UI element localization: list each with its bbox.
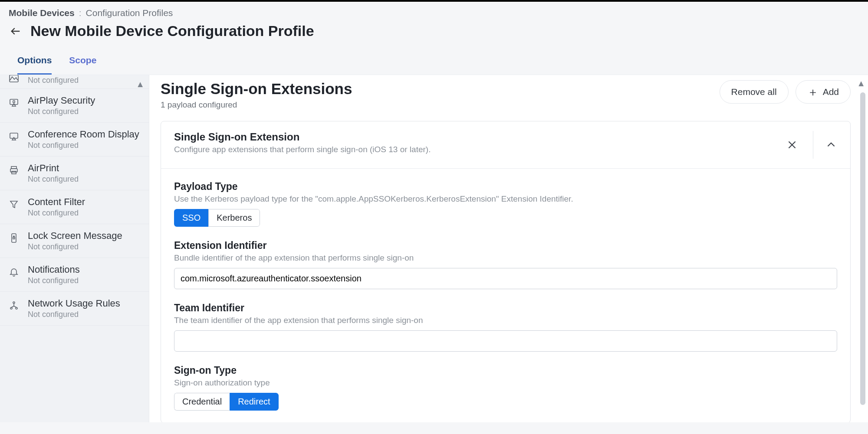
sidebar-item-label: Notifications — [28, 264, 141, 275]
breadcrumb-section[interactable]: Mobile Devices — [9, 8, 75, 18]
tab-options[interactable]: Options — [17, 45, 52, 75]
card-header: Single Sign-on Extension Configure app e… — [161, 121, 850, 169]
svg-rect-11 — [12, 234, 16, 242]
signon-type-redirect[interactable]: Redirect — [230, 393, 278, 411]
remove-all-button[interactable]: Remove all — [720, 80, 789, 104]
svg-rect-4 — [13, 101, 15, 103]
header: Mobile Devices : Configuration Profiles … — [0, 2, 868, 45]
sidebar-item-content-filter[interactable]: Content Filter Not configured — [0, 190, 149, 224]
sidebar-item-conference-room[interactable]: Conference Room Display Not configured — [0, 123, 149, 157]
filter-icon — [8, 198, 20, 210]
field-signon-type: Sign-on Type Sign-on authorization type … — [174, 365, 837, 411]
sidebar-item-network-usage[interactable]: Network Usage Rules Not configured — [0, 292, 149, 326]
main: ▲ Not configured AirPlay Security Not co… — [0, 75, 868, 422]
generic-icon — [8, 75, 20, 85]
content-header: Single Sign-on Extensions 1 payload conf… — [161, 80, 851, 110]
signon-type-label: Sign-on Type — [174, 365, 837, 376]
bell-icon — [8, 266, 20, 278]
svg-point-15 — [16, 307, 17, 309]
sidebar[interactable]: ▲ Not configured AirPlay Security Not co… — [0, 75, 149, 422]
field-team-identifier: Team Identifier The team identifier of t… — [174, 302, 837, 352]
display-icon — [8, 131, 20, 143]
svg-marker-10 — [10, 201, 17, 208]
phone-lock-icon — [8, 232, 20, 244]
add-button[interactable]: ＋ Add — [796, 80, 851, 104]
content: ▲ Single Sign-on Extensions 1 payload co… — [149, 75, 868, 422]
svg-marker-3 — [12, 104, 16, 106]
field-payload-type: Payload Type Use the Kerberos payload ty… — [174, 181, 837, 227]
payload-type-desc: Use the Kerberos payload type for the "c… — [174, 194, 837, 204]
sidebar-item-sub: Not configured — [28, 242, 141, 251]
printer-icon — [8, 164, 20, 176]
card-title: Single Sign-on Extension — [174, 131, 431, 143]
sidebar-item-label: Network Usage Rules — [28, 298, 141, 309]
sidebar-item-sub: Not configured — [28, 175, 141, 184]
remove-all-label: Remove all — [731, 87, 777, 97]
breadcrumb: Mobile Devices : Configuration Profiles — [9, 8, 859, 18]
sidebar-item-label: Content Filter — [28, 196, 141, 208]
signon-type-segmented: Credential Redirect — [174, 393, 279, 411]
ext-id-label: Extension Identifier — [174, 240, 837, 251]
sidebar-item-sub: Not configured — [28, 310, 141, 319]
payload-type-label: Payload Type — [174, 181, 837, 193]
payload-type-kerberos[interactable]: Kerberos — [208, 209, 260, 227]
scroll-up-icon[interactable]: ▲ — [136, 79, 145, 89]
signon-type-credential[interactable]: Credential — [174, 393, 230, 411]
payload-type-segmented: SSO Kerberos — [174, 209, 260, 227]
back-arrow-icon[interactable] — [9, 25, 23, 37]
close-icon[interactable] — [780, 135, 804, 154]
sidebar-item-lock-screen[interactable]: Lock Screen Message Not configured — [0, 224, 149, 258]
sidebar-item-partial[interactable]: Not configured — [0, 75, 149, 89]
sidebar-item-label: Lock Screen Message — [28, 230, 141, 241]
signon-type-desc: Sign-on authorization type — [174, 378, 837, 388]
sidebar-item-label: Conference Room Display — [28, 129, 141, 140]
payload-card: Single Sign-on Extension Configure app e… — [161, 121, 851, 422]
sidebar-item-sub: Not configured — [28, 276, 141, 285]
card-desc: Configure app extensions that perform si… — [174, 145, 431, 154]
sidebar-item-sub: Not configured — [28, 76, 141, 85]
team-id-label: Team Identifier — [174, 302, 837, 314]
ext-id-input[interactable] — [174, 268, 837, 289]
sidebar-item-sub: Not configured — [28, 209, 141, 218]
network-icon — [8, 300, 20, 312]
team-id-desc: The team identifier of the app extension… — [174, 316, 837, 325]
card-body: Payload Type Use the Kerberos payload ty… — [161, 169, 850, 422]
sidebar-item-notifications[interactable]: Notifications Not configured — [0, 258, 149, 292]
chevron-up-icon[interactable] — [813, 131, 837, 159]
sidebar-item-sub: Not configured — [28, 141, 141, 150]
airplay-security-icon — [8, 97, 20, 109]
scroll-up-icon[interactable]: ▲ — [857, 78, 865, 88]
svg-rect-12 — [13, 237, 15, 239]
payload-type-sso[interactable]: SSO — [174, 209, 208, 227]
ext-id-desc: Bundle identifier of the app extension t… — [174, 253, 837, 263]
section-subtitle: 1 payload configured — [161, 100, 352, 110]
tab-scope[interactable]: Scope — [69, 45, 96, 75]
tabs-bar: Options Scope — [0, 45, 868, 75]
breadcrumb-sep: : — [79, 8, 82, 18]
sidebar-item-airprint[interactable]: AirPrint Not configured — [0, 157, 149, 190]
add-label: Add — [823, 87, 839, 97]
section-title: Single Sign-on Extensions — [161, 80, 352, 98]
sidebar-item-label: AirPlay Security — [28, 95, 141, 106]
svg-point-14 — [10, 307, 12, 309]
sidebar-item-sub: Not configured — [28, 107, 141, 116]
breadcrumb-page[interactable]: Configuration Profiles — [86, 8, 173, 18]
page-title: New Mobile Device Configuration Profile — [30, 23, 314, 39]
svg-point-13 — [13, 302, 15, 303]
field-extension-identifier: Extension Identifier Bundle identifier o… — [174, 240, 837, 289]
team-id-input[interactable] — [174, 330, 837, 352]
sidebar-item-airplay-security[interactable]: AirPlay Security Not configured — [0, 89, 149, 123]
svg-rect-9 — [12, 171, 16, 174]
scrollbar[interactable] — [860, 92, 865, 405]
svg-marker-6 — [12, 137, 16, 140]
sidebar-item-label: AirPrint — [28, 163, 141, 174]
